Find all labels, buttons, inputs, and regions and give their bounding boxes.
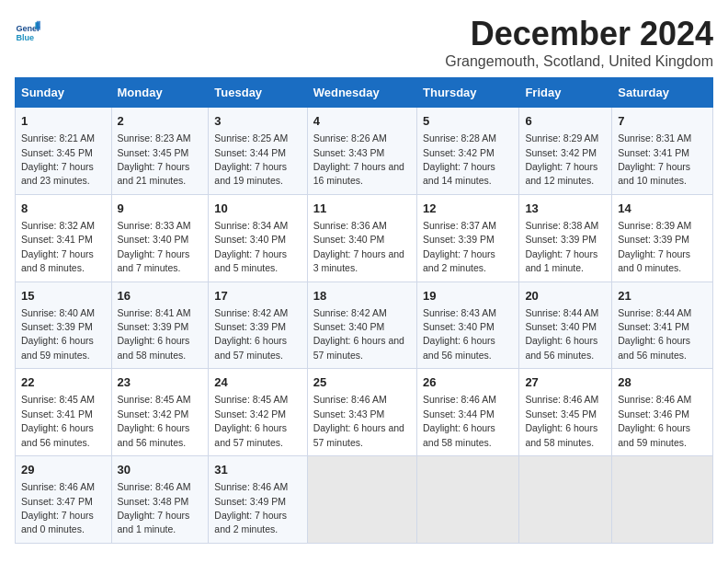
daylight-text: Daylight: 6 hours and 58 minutes. (118, 335, 190, 360)
sunset-text: Sunset: 3:39 PM (214, 321, 286, 332)
table-cell: 8 Sunrise: 8:32 AM Sunset: 3:41 PM Dayli… (16, 194, 112, 282)
sunset-text: Sunset: 3:49 PM (214, 496, 286, 507)
sunset-text: Sunset: 3:42 PM (118, 408, 189, 419)
daylight-text: Daylight: 6 hours and 57 minutes. (313, 335, 404, 360)
sunset-text: Sunset: 3:41 PM (21, 408, 93, 419)
daylight-text: Daylight: 6 hours and 58 minutes. (525, 422, 597, 447)
table-cell: 9 Sunrise: 8:33 AM Sunset: 3:40 PM Dayli… (111, 194, 209, 282)
daylight-text: Daylight: 6 hours and 59 minutes. (21, 335, 94, 360)
calendar-row: 1 Sunrise: 8:21 AM Sunset: 3:45 PM Dayli… (16, 108, 713, 195)
month-title: December 2024 (445, 15, 713, 53)
daylight-text: Daylight: 7 hours and 16 minutes. (313, 161, 404, 186)
sunset-text: Sunset: 3:40 PM (118, 234, 189, 245)
logo: General Blue (15, 18, 44, 44)
daylight-text: Daylight: 7 hours and 10 minutes. (618, 161, 690, 186)
daylight-text: Daylight: 6 hours and 57 minutes. (214, 422, 287, 447)
daylight-text: Daylight: 7 hours and 8 minutes. (21, 248, 94, 273)
sunrise-text: Sunrise: 8:23 AM (118, 132, 191, 144)
day-number: 4 (313, 113, 411, 130)
sunrise-text: Sunrise: 8:39 AM (618, 220, 691, 231)
sunset-text: Sunset: 3:44 PM (423, 408, 495, 419)
title-area: December 2024 Grangemouth, Scotland, Uni… (445, 15, 713, 70)
sunset-text: Sunset: 3:40 PM (313, 321, 385, 332)
day-number: 5 (423, 113, 513, 130)
sunrise-text: Sunrise: 8:42 AM (313, 307, 387, 318)
day-number: 20 (525, 288, 606, 304)
daylight-text: Daylight: 7 hours and 1 minute. (525, 248, 597, 273)
table-cell: 19 Sunrise: 8:43 AM Sunset: 3:40 PM Dayl… (417, 282, 519, 369)
table-cell: 11 Sunrise: 8:36 AM Sunset: 3:40 PM Dayl… (307, 194, 416, 282)
sunset-text: Sunset: 3:40 PM (423, 321, 495, 332)
sunrise-text: Sunrise: 8:31 AM (618, 132, 691, 144)
sunrise-text: Sunrise: 8:41 AM (118, 307, 191, 318)
sunrise-text: Sunrise: 8:32 AM (21, 220, 95, 231)
sunset-text: Sunset: 3:39 PM (525, 234, 597, 245)
table-cell: 18 Sunrise: 8:42 AM Sunset: 3:40 PM Dayl… (307, 282, 416, 369)
day-number: 11 (313, 201, 411, 217)
table-cell: 31 Sunrise: 8:46 AM Sunset: 3:49 PM Dayl… (209, 456, 307, 544)
table-cell: 26 Sunrise: 8:46 AM Sunset: 3:44 PM Dayl… (417, 369, 519, 456)
sunrise-text: Sunrise: 8:46 AM (423, 394, 496, 405)
day-number: 13 (525, 201, 606, 217)
sunset-text: Sunset: 3:41 PM (618, 147, 689, 158)
sunset-text: Sunset: 3:45 PM (118, 147, 189, 158)
sunset-text: Sunset: 3:39 PM (618, 234, 689, 245)
sunrise-text: Sunrise: 8:29 AM (525, 132, 598, 144)
table-cell: 7 Sunrise: 8:31 AM Sunset: 3:41 PM Dayli… (612, 108, 713, 195)
header-thursday: Thursday (417, 78, 519, 108)
calendar-row: 29 Sunrise: 8:46 AM Sunset: 3:47 PM Dayl… (16, 456, 713, 544)
day-number: 1 (21, 113, 106, 130)
day-number: 17 (214, 288, 301, 304)
daylight-text: Daylight: 7 hours and 23 minutes. (21, 161, 94, 186)
sunset-text: Sunset: 3:48 PM (118, 496, 189, 507)
table-cell: 22 Sunrise: 8:45 AM Sunset: 3:41 PM Dayl… (16, 369, 112, 456)
day-number: 16 (118, 288, 203, 304)
sunrise-text: Sunrise: 8:45 AM (21, 394, 95, 405)
sunrise-text: Sunrise: 8:46 AM (214, 481, 288, 492)
day-number: 31 (214, 462, 301, 478)
logo-icon: General Blue (15, 18, 40, 44)
daylight-text: Daylight: 7 hours and 3 minutes. (313, 248, 404, 273)
sunrise-text: Sunrise: 8:36 AM (313, 220, 387, 231)
daylight-text: Daylight: 7 hours and 7 minutes. (118, 248, 190, 273)
header-monday: Monday (111, 78, 209, 108)
table-cell (612, 456, 713, 544)
daylight-text: Daylight: 6 hours and 56 minutes. (525, 335, 597, 360)
sunset-text: Sunset: 3:43 PM (313, 147, 385, 158)
sunrise-text: Sunrise: 8:46 AM (525, 394, 598, 405)
sunrise-text: Sunrise: 8:46 AM (118, 481, 191, 492)
day-number: 10 (214, 201, 301, 217)
day-number: 12 (423, 201, 513, 217)
sunrise-text: Sunrise: 8:46 AM (313, 394, 387, 405)
daylight-text: Daylight: 6 hours and 59 minutes. (618, 422, 690, 447)
daylight-text: Daylight: 6 hours and 56 minutes. (118, 422, 190, 447)
sunset-text: Sunset: 3:42 PM (423, 147, 495, 158)
sunset-text: Sunset: 3:40 PM (525, 321, 597, 332)
daylight-text: Daylight: 7 hours and 2 minutes. (423, 248, 495, 273)
sunrise-text: Sunrise: 8:46 AM (21, 481, 95, 492)
sunrise-text: Sunrise: 8:40 AM (21, 307, 95, 318)
daylight-text: Daylight: 7 hours and 21 minutes. (118, 161, 190, 186)
sunrise-text: Sunrise: 8:44 AM (618, 307, 691, 318)
day-number: 7 (618, 113, 707, 130)
calendar-header-row: Sunday Monday Tuesday Wednesday Thursday… (16, 78, 713, 108)
table-cell: 27 Sunrise: 8:46 AM Sunset: 3:45 PM Dayl… (519, 369, 612, 456)
daylight-text: Daylight: 7 hours and 14 minutes. (423, 161, 495, 186)
day-number: 22 (21, 374, 106, 391)
header-wednesday: Wednesday (307, 78, 416, 108)
daylight-text: Daylight: 6 hours and 56 minutes. (423, 335, 495, 360)
table-cell: 15 Sunrise: 8:40 AM Sunset: 3:39 PM Dayl… (16, 282, 112, 369)
daylight-text: Daylight: 7 hours and 2 minutes. (214, 510, 287, 534)
day-number: 30 (118, 462, 203, 478)
table-cell: 30 Sunrise: 8:46 AM Sunset: 3:48 PM Dayl… (111, 456, 209, 544)
daylight-text: Daylight: 6 hours and 57 minutes. (313, 422, 404, 447)
sunrise-text: Sunrise: 8:34 AM (214, 220, 288, 231)
daylight-text: Daylight: 7 hours and 0 minutes. (618, 248, 690, 273)
day-number: 26 (423, 374, 513, 391)
table-cell: 24 Sunrise: 8:45 AM Sunset: 3:42 PM Dayl… (209, 369, 307, 456)
table-cell: 1 Sunrise: 8:21 AM Sunset: 3:45 PM Dayli… (16, 108, 112, 195)
day-number: 6 (525, 113, 606, 130)
sunset-text: Sunset: 3:47 PM (21, 496, 93, 507)
table-cell: 29 Sunrise: 8:46 AM Sunset: 3:47 PM Dayl… (16, 456, 112, 544)
day-number: 23 (118, 374, 203, 391)
